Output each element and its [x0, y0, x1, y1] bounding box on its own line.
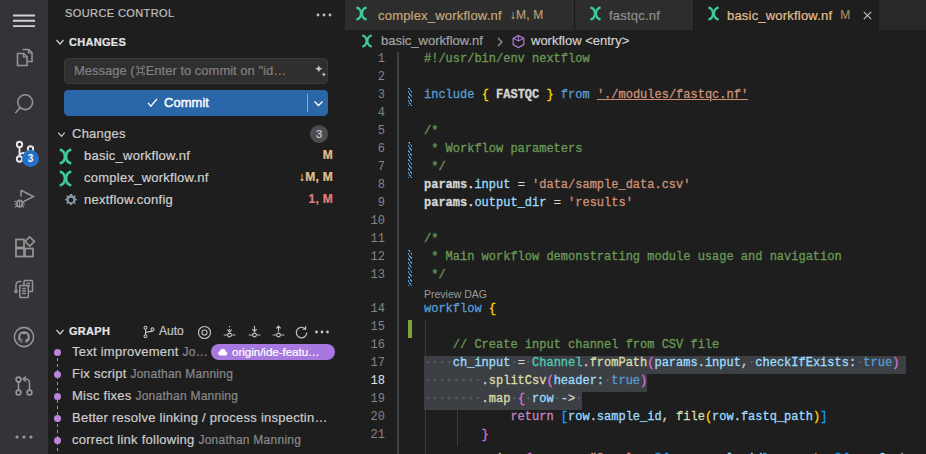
svg-text:3: 3 [28, 153, 34, 164]
